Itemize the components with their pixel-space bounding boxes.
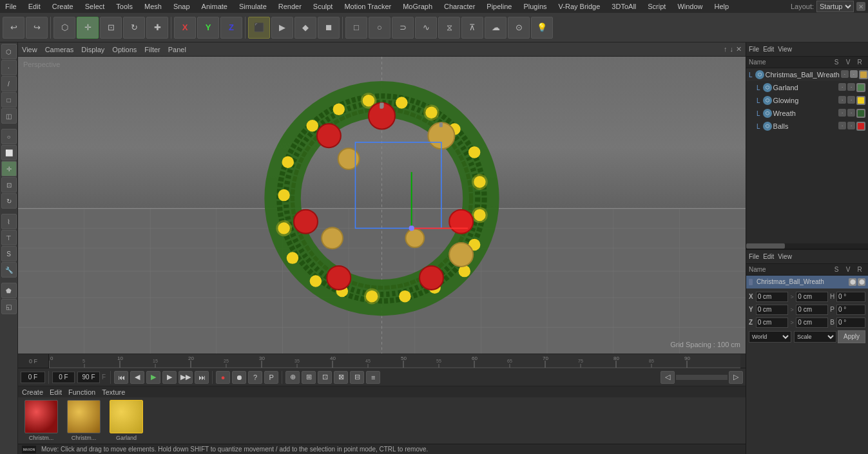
menu-tools[interactable]: Tools <box>113 3 135 10</box>
viewport[interactable]: Perspective <box>18 57 746 354</box>
garland-color-swatch[interactable] <box>856 83 865 92</box>
obj-spline[interactable]: ∿ <box>415 17 437 39</box>
rotate-tool[interactable]: ↻ <box>123 17 145 39</box>
material-item-2[interactable]: Christm... <box>64 400 103 441</box>
motion-btn[interactable]: ⊠ <box>334 371 348 384</box>
menu-render[interactable]: Render <box>276 3 304 10</box>
lt-scale[interactable]: ⊡ <box>1 177 17 193</box>
record-button[interactable]: ● <box>216 371 230 384</box>
menu-edit[interactable]: Edit <box>26 3 43 10</box>
redo-button[interactable]: ↪ <box>26 17 48 39</box>
z-pos-input[interactable] <box>756 317 788 328</box>
x-axis-btn[interactable]: X <box>174 17 196 39</box>
obj-garland-item[interactable]: L ⬡ Garland · · <box>746 81 868 94</box>
mat-menu-function[interactable]: Function <box>68 388 95 396</box>
select-tool[interactable]: ⬡ <box>53 17 75 39</box>
undo-button[interactable]: ↩ <box>3 17 24 39</box>
obj-file-menu[interactable]: File <box>749 46 759 53</box>
viewport-menu-options[interactable]: Options <box>112 46 137 53</box>
menu-3dtool[interactable]: 3DToAll <box>609 3 639 10</box>
menu-plugins[interactable]: Plugins <box>521 3 549 10</box>
menu-script[interactable]: Script <box>645 3 668 10</box>
garland-dot-s[interactable]: · <box>838 83 846 91</box>
material-item-3[interactable]: Garland <box>107 400 146 441</box>
menu-motion-tracker[interactable]: Motion Tracker <box>342 3 394 10</box>
material-item-1[interactable]: Christm... <box>22 400 61 441</box>
current-frame-input[interactable] <box>21 372 45 383</box>
y-axis-btn[interactable]: Y <box>197 17 219 39</box>
viewport-menu-panel[interactable]: Panel <box>168 46 186 53</box>
glowing-color-swatch[interactable] <box>856 96 865 105</box>
scale-tool[interactable]: ⊡ <box>100 17 122 39</box>
balls-dot-s[interactable]: · <box>838 122 846 129</box>
cube-btn[interactable]: ⬛ <box>248 17 270 39</box>
lt-bridge[interactable]: ⊤ <box>1 230 17 245</box>
mat-menu-edit[interactable]: Edit <box>50 388 62 396</box>
lt-extrude[interactable]: S <box>1 246 17 261</box>
obj-nurbs[interactable]: ⧖ <box>438 17 460 39</box>
balls-dot-v[interactable]: · <box>847 122 855 129</box>
obj-root-item[interactable]: L ⬡ Christmas_Ball_Wreath · · <box>746 68 868 81</box>
scrollbar-left[interactable]: ◁ <box>661 371 675 384</box>
viewport-menu-display[interactable]: Display <box>81 46 104 53</box>
obj-cylinder[interactable]: ⊃ <box>392 17 414 39</box>
close-button[interactable]: ✕ <box>856 2 865 11</box>
obj-tree-scrollbar[interactable] <box>746 243 868 249</box>
menu-select[interactable]: Select <box>82 3 108 10</box>
x-pos-input[interactable] <box>756 292 788 302</box>
wreath-color-swatch[interactable] <box>856 109 865 118</box>
balls-color-swatch[interactable] <box>856 122 865 131</box>
lt-knife[interactable]: ⌇ <box>1 214 17 229</box>
viewport-menu-cameras[interactable]: Cameras <box>45 46 74 53</box>
obj-cam[interactable]: ⊙ <box>508 17 530 39</box>
obj-view-menu[interactable]: View <box>778 46 792 53</box>
lt-uvw[interactable]: ◫ <box>1 108 17 124</box>
menu-help[interactable]: Help <box>712 3 732 10</box>
move-keyframe-btn[interactable]: ⊕ <box>285 371 300 384</box>
lt-magnet[interactable]: 🔧 <box>1 262 17 278</box>
prev-keyframe-button[interactable]: ◀ <box>130 371 144 384</box>
obj-light[interactable]: 💡 <box>531 17 553 39</box>
attr-dot-v[interactable]: ⬤ <box>858 278 865 286</box>
menu-sculpt[interactable]: Sculpt <box>311 3 336 10</box>
menu-window[interactable]: Window <box>675 3 705 10</box>
attr-file-menu[interactable]: File <box>749 253 759 260</box>
b-input[interactable] <box>836 317 865 328</box>
apply-button[interactable]: Apply <box>838 330 865 343</box>
obj-color-swatch[interactable] <box>859 70 868 79</box>
lt-rotate[interactable]: ↻ <box>1 193 17 209</box>
jump-end-button[interactable]: ⏭ <box>195 371 209 384</box>
frame-end-input[interactable] <box>77 372 100 383</box>
menu-mograph[interactable]: MoGraph <box>400 3 435 10</box>
move-tool[interactable]: ✛ <box>77 17 99 39</box>
obj-deform[interactable]: ⊼ <box>461 17 483 39</box>
layout-select[interactable]: Startup <box>816 1 854 12</box>
next-keyframe-button[interactable]: ▶ <box>162 371 177 384</box>
add-tool[interactable]: ✚ <box>146 17 168 39</box>
viewport-menu-view[interactable]: View <box>22 46 37 53</box>
auto-key-button[interactable]: ⏺ <box>232 371 246 384</box>
menu-file[interactable]: File <box>3 3 19 10</box>
timeline-ruler[interactable]: 0 5 10 15 20 25 30 35 <box>49 354 740 368</box>
anim-mode-button[interactable]: P <box>264 371 278 384</box>
z-axis-btn[interactable]: Z <box>220 17 242 39</box>
attr-dot-s[interactable]: ⬤ <box>849 278 856 286</box>
mat-menu-texture[interactable]: Texture <box>102 388 125 396</box>
lt-rect-select[interactable]: ⬜ <box>1 145 17 160</box>
menu-snap[interactable]: Snap <box>171 3 193 10</box>
play-button[interactable]: ▶ <box>146 371 160 384</box>
jump-start-button[interactable]: ⏮ <box>114 371 128 384</box>
obj-env[interactable]: ☁ <box>485 17 506 39</box>
y-pos-input[interactable] <box>756 305 788 315</box>
lt-live-select[interactable]: ○ <box>1 129 17 144</box>
anim-key[interactable]: ◆ <box>294 17 316 39</box>
glowing-dot-s[interactable]: · <box>838 96 846 104</box>
attr-edit-menu[interactable]: Edit <box>763 253 774 260</box>
lt-texture[interactable]: ◱ <box>1 299 17 314</box>
lt-move[interactable]: ✛ <box>1 161 17 176</box>
lt-object-mode[interactable]: ⬡ <box>1 44 17 59</box>
sel-keyframe-btn[interactable]: ⊞ <box>302 371 316 384</box>
anim-settings-button[interactable]: ? <box>248 371 262 384</box>
h-input[interactable] <box>836 292 865 302</box>
world-select[interactable]: World <box>749 331 791 343</box>
